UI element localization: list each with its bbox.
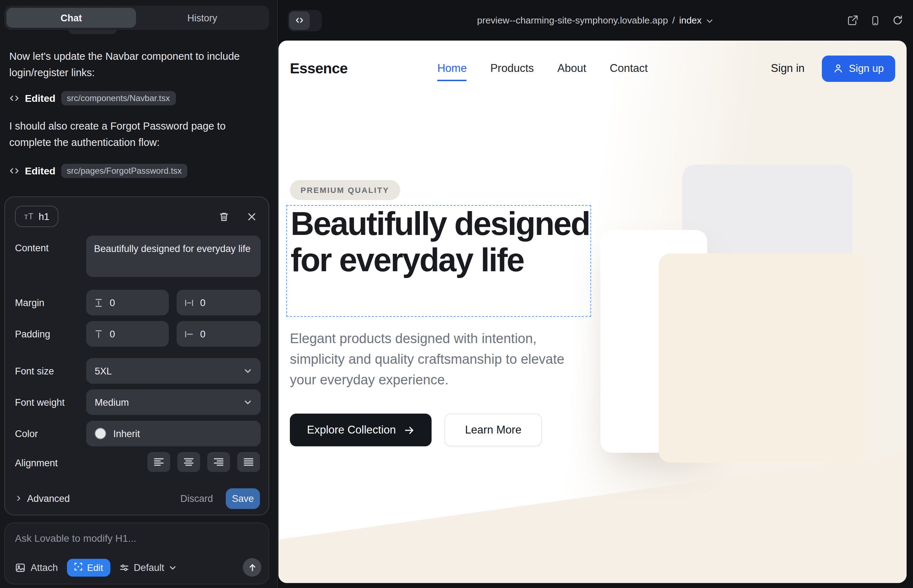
color-select[interactable]: Inherit [86, 421, 261, 446]
chevron-right-icon [15, 495, 22, 502]
hero-cta-row: Explore Collection Learn More [290, 414, 542, 446]
decorative-card-cream [659, 254, 865, 463]
edited-file-row: Edited src/pages/ForgotPassword.tsx [9, 163, 187, 179]
composer-input[interactable] [15, 533, 250, 544]
vertical-spacing-icon [94, 298, 103, 307]
hero-headline[interactable]: Beautifully designed for everyday life [291, 206, 590, 278]
url-path: index [679, 15, 701, 26]
arrow-right-icon [404, 425, 414, 436]
open-external-icon[interactable] [847, 15, 858, 26]
padding-y-input[interactable]: 0 [86, 321, 169, 347]
align-justify-button[interactable] [237, 452, 260, 472]
code-brackets-icon [289, 11, 310, 29]
chat-message: Now let's update the Navbar component to… [9, 48, 246, 81]
nav-link-home[interactable]: Home [437, 62, 467, 75]
explore-collection-button[interactable]: Explore Collection [290, 414, 432, 446]
edited-label: Edited [25, 165, 55, 176]
padding-label: Padding [15, 329, 50, 339]
site-nav-links: Home Products About Contact [437, 62, 648, 75]
align-right-button[interactable] [207, 452, 230, 472]
color-label: Color [15, 428, 38, 439]
padding-x-input[interactable]: 0 [176, 321, 261, 347]
chat-composer: Attach Edit Default [4, 522, 269, 585]
font-size-select[interactable]: 5XL [86, 358, 261, 384]
site-viewport: Essence Home Products About Contact Sign… [278, 40, 907, 583]
nav-link-about[interactable]: About [557, 62, 586, 75]
hero-badge: PREMIUM QUALITY [290, 180, 400, 200]
horizontal-spacing-icon [185, 298, 194, 307]
selected-element-outline: Beautifully designed for everyday life [286, 205, 591, 317]
alignment-label: Alignment [15, 458, 58, 468]
preview-panel: preview--charming-site-symphony.lovable.… [277, 0, 913, 588]
preview-url: preview--charming-site-symphony.lovable.… [477, 15, 668, 26]
url-path-separator: / [672, 15, 675, 26]
font-weight-select[interactable]: Medium [86, 389, 261, 415]
save-button[interactable]: Save [226, 488, 260, 509]
toolbar-actions [847, 15, 903, 26]
content-label: Content [15, 243, 49, 254]
element-tag-label: h1 [39, 211, 50, 222]
preview-url-dropdown[interactable]: preview--charming-site-symphony.lovable.… [477, 15, 714, 26]
font-size-label: Font size [15, 366, 54, 376]
panel-tabbar: Chat History [4, 6, 269, 30]
hero-subtext[interactable]: Elegant products designed with intention… [290, 328, 583, 390]
attach-icon [15, 562, 26, 573]
refresh-icon[interactable] [892, 15, 903, 26]
alignment-controls [147, 452, 260, 472]
chevron-down-icon [244, 367, 252, 375]
horizontal-padding-icon [185, 329, 194, 339]
selected-element-tag: тT h1 [15, 206, 59, 227]
site-navbar: Essence Home Products About Contact Sign… [278, 40, 907, 96]
editor-footer: Advanced Discard Save [15, 488, 260, 509]
site-brand[interactable]: Essence [290, 60, 348, 77]
editor-actions [219, 211, 257, 222]
model-select[interactable]: Default [117, 562, 180, 573]
advanced-toggle[interactable]: Advanced [15, 493, 70, 504]
composer-toolbar: Attach Edit Default [12, 558, 261, 577]
margin-y-input[interactable]: 0 [86, 290, 169, 315]
nav-link-products[interactable]: Products [490, 62, 534, 75]
edited-label: Edited [25, 92, 55, 104]
edit-mode-button[interactable]: Edit [67, 559, 110, 576]
close-icon[interactable] [246, 211, 257, 222]
sliders-icon [119, 563, 129, 572]
send-button[interactable] [243, 558, 261, 577]
chat-panel: Chat History Now let's update the Navbar… [0, 0, 277, 588]
chevron-down-icon [244, 398, 252, 407]
tab-chat[interactable]: Chat [6, 8, 136, 28]
chevron-down-icon [706, 17, 714, 25]
vertical-padding-icon [94, 329, 103, 339]
person-icon [833, 63, 843, 73]
code-icon [9, 166, 19, 176]
code-preview-toggle[interactable] [288, 10, 322, 31]
code-icon [9, 93, 19, 103]
chat-message: I should also create a Forgot Password p… [9, 118, 246, 151]
discard-button[interactable]: Discard [180, 493, 213, 504]
mobile-view-icon[interactable] [870, 15, 880, 25]
color-swatch [95, 428, 106, 439]
align-left-button[interactable] [147, 452, 170, 472]
preview-toolbar: preview--charming-site-symphony.lovable.… [278, 0, 913, 40]
sign-up-button[interactable]: Sign up [822, 55, 895, 81]
font-weight-label: Font weight [15, 397, 65, 408]
margin-x-input[interactable]: 0 [176, 290, 261, 315]
trash-icon[interactable] [219, 211, 229, 222]
nav-link-contact[interactable]: Contact [610, 62, 648, 75]
attach-button[interactable]: Attach [12, 562, 61, 573]
learn-more-button[interactable]: Learn More [444, 414, 542, 446]
tab-history[interactable]: History [138, 8, 267, 28]
lovable-app: Chat History Now let's update the Navbar… [0, 0, 913, 588]
sign-in-link[interactable]: Sign in [771, 62, 805, 75]
element-editor-panel: тT h1 Content Beautifully designed for e… [4, 197, 269, 515]
text-type-icon: тT [24, 212, 34, 221]
align-center-button[interactable] [177, 452, 200, 472]
file-path-chip[interactable]: src/pages/ForgotPassword.tsx [61, 164, 188, 178]
edit-icon [74, 562, 83, 573]
edited-file-row: Edited src/components/Navbar.tsx [9, 90, 176, 106]
chevron-down-icon [169, 564, 177, 571]
content-field[interactable]: Beautifully designed for everyday life [86, 236, 261, 277]
site-nav-actions: Sign in Sign up [771, 55, 895, 81]
margin-label: Margin [15, 297, 45, 308]
editor-header: тT h1 [15, 206, 261, 227]
file-path-chip[interactable]: src/components/Navbar.tsx [61, 91, 176, 105]
